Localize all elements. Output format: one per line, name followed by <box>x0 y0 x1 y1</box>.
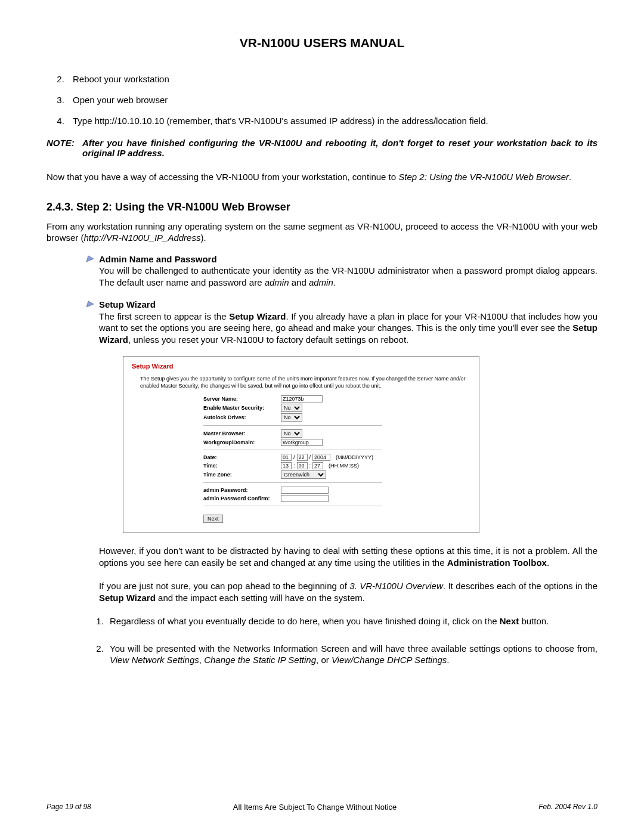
top-steps-list: Reboot your workstation Open your web br… <box>67 74 597 126</box>
admin-pw-confirm-input[interactable] <box>281 495 329 502</box>
next-button[interactable]: Next <box>203 515 223 523</box>
server-name-input[interactable] <box>281 395 323 402</box>
admin-pw-input[interactable] <box>281 487 329 494</box>
text: Now that you have a way of accessing the… <box>47 172 398 182</box>
instruction-item: Regardless of what you eventually decide… <box>106 615 597 627</box>
text-run: You will be challenged to authenticate y… <box>99 265 597 287</box>
bullet-title: Admin Name and Password <box>99 254 217 264</box>
text-run: , unless you reset your VR-N100U to fact… <box>128 335 408 345</box>
text-run: If you are just not sure, you can pop ah… <box>99 581 349 591</box>
master-browser-label: Master Browser: <box>203 431 281 436</box>
tz-select[interactable]: Greenwich <box>281 470 326 479</box>
text-run: Administration Toolbox <box>447 558 547 568</box>
wizard-intro: The Setup gives you the opportunity to c… <box>140 376 470 389</box>
bullet-icon <box>47 253 99 265</box>
sep-slash: / <box>293 454 295 460</box>
text-run: admin <box>265 277 289 287</box>
date-dd-input[interactable] <box>297 454 308 461</box>
bullet-title: Setup Wizard <box>99 299 156 309</box>
time-hh-input[interactable] <box>281 462 292 469</box>
bullet-admin-name: Admin Name and Password You will be chal… <box>47 253 597 289</box>
workgroup-label: Workgroup/Domain: <box>203 439 281 445</box>
autolock-select[interactable]: No <box>281 413 302 422</box>
after-note-para: Now that you have a way of accessing the… <box>47 171 597 183</box>
text-run: Setup Wizard <box>229 311 286 321</box>
page-footer: Page 19 of 98 All Items Are Subject To C… <box>47 803 597 812</box>
instruction-list: Regardless of what you eventually decide… <box>106 615 597 666</box>
text-run: The first screen to appear is the <box>99 311 229 321</box>
autolock-label: Autolock Drives: <box>203 414 281 420</box>
text-run: . It describes each of the options in th… <box>443 581 597 591</box>
bullet-icon <box>47 299 99 310</box>
bullet-setup-wizard: Setup Wizard The first screen to appear … <box>47 299 597 345</box>
note-body: After you have finished configuring the … <box>82 138 597 158</box>
date-hint: (MM/DD/YYYY) <box>336 454 373 460</box>
text-run: admin <box>309 277 333 287</box>
text-run: 3. VR-N100U Overview <box>349 581 442 591</box>
enable-master-label: Enable Master Security: <box>203 405 281 411</box>
time-hint: (HH:MM:SS) <box>329 463 359 469</box>
master-browser-select[interactable]: No <box>281 429 302 438</box>
url-text: http://VR-N100U_IP_Address <box>84 233 201 243</box>
text-run: View/Change DHCP Settings <box>332 655 447 665</box>
text-run: . <box>333 277 336 287</box>
after-wizard-para-2: If you are just not sure, you can pop ah… <box>99 580 597 603</box>
text-run: Next <box>500 616 519 626</box>
bullet-body: You will be challenged to authenticate y… <box>99 265 597 287</box>
text-run: . <box>447 655 449 665</box>
text-run: and <box>289 277 309 287</box>
step-item: Type http://10.10.10.10 (remember, that'… <box>67 116 597 126</box>
note-label: NOTE: <box>47 138 82 158</box>
tz-label: Time Zone: <box>203 472 281 478</box>
text-run: Regardless of what you eventually decide… <box>110 616 500 626</box>
text: . <box>569 172 571 182</box>
section-heading: 2.4.3. Step 2: Using the VR-N100U Web Br… <box>47 201 597 213</box>
text-run: View Network Settings <box>110 655 199 665</box>
footer-right: Feb. 2004 Rev 1.0 <box>538 803 597 812</box>
instruction-item: You will be presented with the Networks … <box>106 643 597 666</box>
text: ). <box>200 233 206 243</box>
enable-master-select[interactable]: No <box>281 404 302 412</box>
workgroup-input[interactable] <box>281 439 323 446</box>
text-run: Change the Static IP Setting <box>204 655 316 665</box>
text-run: and the impact each setting will have on… <box>156 593 365 603</box>
text-run: . <box>547 558 549 568</box>
time-mm-input[interactable] <box>297 462 308 469</box>
step-item: Open your web browser <box>67 95 597 105</box>
time-label: Time: <box>203 463 281 469</box>
admin-pw-confirm-label: admin Password Confirm: <box>203 496 281 501</box>
section-intro: From any workstation running any operati… <box>47 221 597 244</box>
sep-slash: / <box>309 454 311 460</box>
sep-colon: : <box>309 463 311 469</box>
footer-mid: All Items Are Subject To Change Without … <box>233 803 397 812</box>
text-run: You will be presented with the Networks … <box>110 643 597 654</box>
time-ss-input[interactable] <box>312 462 323 469</box>
text-run: , <box>199 655 204 665</box>
doc-title: VR-N100U USERS MANUAL <box>47 36 597 50</box>
footer-left: Page 19 of 98 <box>47 803 91 812</box>
step2-link-text: Step 2: Using the VR-N100U Web Browser <box>398 172 569 182</box>
date-yyyy-input[interactable] <box>312 454 330 461</box>
wizard-title: Setup Wizard <box>132 363 470 370</box>
note-block: NOTE: After you have finished configurin… <box>47 138 597 158</box>
server-name-label: Server Name: <box>203 396 281 402</box>
sep-colon: : <box>293 463 295 469</box>
bullet-body: The first screen to appear is the Setup … <box>99 311 597 345</box>
admin-pw-label: admin Password: <box>203 487 281 493</box>
text-run: button. <box>519 616 549 626</box>
date-label: Date: <box>203 454 281 460</box>
text-run: , or <box>316 655 332 665</box>
step-item: Reboot your workstation <box>67 74 597 84</box>
text-run: Setup Wizard <box>99 593 156 603</box>
date-mm-input[interactable] <box>281 454 292 461</box>
setup-wizard-screenshot: Setup Wizard The Setup gives you the opp… <box>123 356 479 533</box>
after-wizard-para-1: However, if you don't want to be distrac… <box>99 545 597 568</box>
